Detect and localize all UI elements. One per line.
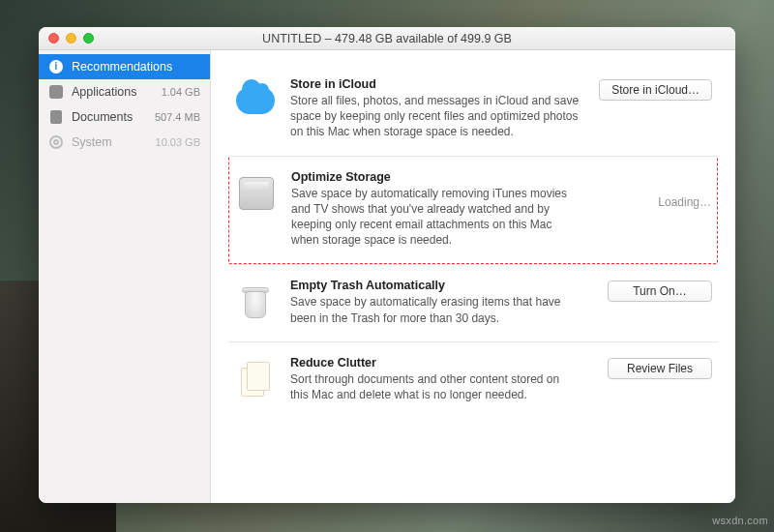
recommendation-body: Empty Trash Automatically Save space by …: [290, 279, 584, 325]
turn-on-button[interactable]: Turn On…: [608, 281, 712, 302]
sidebar-item-label: Recommendations: [72, 60, 172, 74]
recommendation-action: Review Files: [598, 356, 712, 379]
recommendation-title: Store in iCloud: [290, 77, 584, 91]
recommendation-action: Loading…: [597, 170, 711, 209]
document-icon: [48, 109, 64, 125]
gear-icon: [48, 134, 64, 150]
sidebar-item-size: 507.4 MB: [152, 111, 200, 123]
trash-icon: [234, 281, 277, 323]
drive-icon: [235, 172, 278, 215]
recommendation-body: Reduce Clutter Sort through documents an…: [290, 356, 584, 402]
documents-icon: [234, 358, 277, 400]
recommendations-desc: Save space by automatically erasing item…: [290, 294, 580, 325]
recommendation-title: Optimize Storage: [291, 170, 583, 184]
sidebar-item-documents[interactable]: Documents 507.4 MB: [39, 104, 210, 130]
sidebar-item-applications[interactable]: Applications 1.04 GB: [39, 79, 210, 104]
cloud-icon: [234, 79, 277, 122]
recommendation-body: Optimize Storage Save space by automatic…: [291, 170, 583, 249]
recommendation-desc: Sort through documents and other content…: [290, 371, 580, 402]
recommendation-optimize-storage: Optimize Storage Save space by automatic…: [228, 156, 718, 265]
app-icon: [48, 84, 64, 100]
recommendation-desc: Save space by automatically removing iTu…: [291, 186, 581, 249]
window-titlebar[interactable]: UNTITLED – 479.48 GB available of 499.9 …: [39, 27, 735, 50]
sidebar-item-size: 1.04 GB: [152, 86, 200, 98]
recommendation-title: Reduce Clutter: [290, 356, 584, 369]
sidebar-item-label: Documents: [72, 110, 144, 124]
recommendation-empty-trash: Empty Trash Automatically Save space by …: [228, 264, 718, 340]
recommendation-reduce-clutter: Reduce Clutter Sort through documents an…: [228, 341, 718, 418]
window-title: UNTITLED – 479.48 GB available of 499.9 …: [39, 32, 735, 45]
recommendation-desc: Store all files, photos, and messages in…: [290, 93, 580, 140]
store-in-icloud-button[interactable]: Store in iCloud…: [599, 79, 712, 101]
sidebar: i Recommendations Applications 1.04 GB D…: [39, 50, 211, 503]
recommendation-action: Store in iCloud…: [598, 77, 712, 101]
recommendation-body: Store in iCloud Store all files, photos,…: [290, 77, 584, 140]
recommendations-pane: Store in iCloud Store all files, photos,…: [211, 50, 735, 503]
sidebar-item-size: 10.03 GB: [152, 136, 200, 148]
sidebar-item-label: System: [72, 135, 144, 149]
recommendation-action: Turn On…: [598, 279, 712, 302]
sidebar-item-label: Applications: [72, 85, 144, 99]
sidebar-item-system[interactable]: System 10.03 GB: [39, 130, 210, 155]
loading-text: Loading…: [658, 172, 711, 209]
review-files-button[interactable]: Review Files: [608, 358, 712, 379]
sidebar-item-recommendations[interactable]: i Recommendations: [39, 54, 210, 79]
recommendation-title: Empty Trash Automatically: [290, 279, 584, 292]
info-icon: i: [48, 59, 64, 74]
storage-management-window: UNTITLED – 479.48 GB available of 499.9 …: [39, 27, 735, 503]
window-body: i Recommendations Applications 1.04 GB D…: [39, 50, 735, 503]
watermark-text: wsxdn.com: [712, 515, 768, 526]
recommendation-store-in-icloud: Store in iCloud Store all files, photos,…: [228, 64, 718, 156]
